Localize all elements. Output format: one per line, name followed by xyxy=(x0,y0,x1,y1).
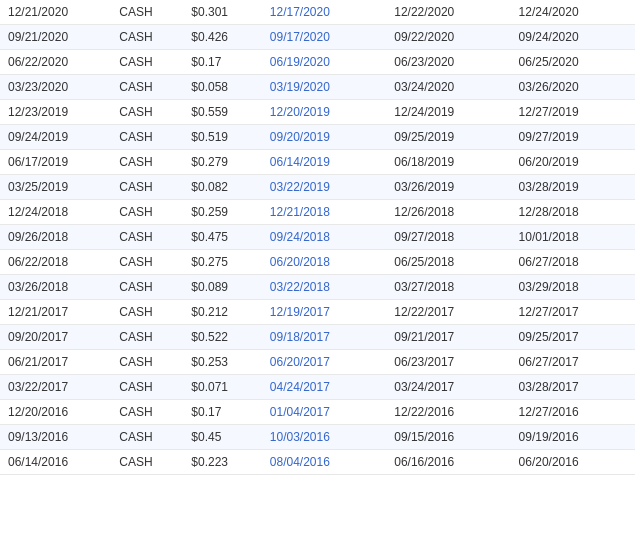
ex-date: 01/04/2017 xyxy=(262,400,386,425)
pay-date: 12/28/2018 xyxy=(511,200,635,225)
div-type: CASH xyxy=(111,50,183,75)
decl-date: 06/17/2019 xyxy=(0,150,111,175)
ex-date: 03/22/2019 xyxy=(262,175,386,200)
ex-date: 09/18/2017 xyxy=(262,325,386,350)
decl-date: 06/22/2020 xyxy=(0,50,111,75)
table-row: 12/24/2018 CASH $0.259 12/21/2018 12/26/… xyxy=(0,200,635,225)
rec-date: 09/15/2016 xyxy=(386,425,510,450)
ex-date: 06/19/2020 xyxy=(262,50,386,75)
rec-date: 12/22/2016 xyxy=(386,400,510,425)
div-type: CASH xyxy=(111,325,183,350)
decl-date: 09/20/2017 xyxy=(0,325,111,350)
amount: $0.475 xyxy=(183,225,262,250)
table-row: 12/21/2020 CASH $0.301 12/17/2020 12/22/… xyxy=(0,0,635,25)
ex-date: 06/14/2019 xyxy=(262,150,386,175)
pay-date: 12/27/2016 xyxy=(511,400,635,425)
rec-date: 12/26/2018 xyxy=(386,200,510,225)
table-row: 09/26/2018 CASH $0.475 09/24/2018 09/27/… xyxy=(0,225,635,250)
amount: $0.212 xyxy=(183,300,262,325)
div-type: CASH xyxy=(111,400,183,425)
ex-date: 12/17/2020 xyxy=(262,0,386,25)
amount: $0.519 xyxy=(183,125,262,150)
ex-date: 12/20/2019 xyxy=(262,100,386,125)
amount: $0.279 xyxy=(183,150,262,175)
pay-date: 03/26/2020 xyxy=(511,75,635,100)
ex-date: 09/17/2020 xyxy=(262,25,386,50)
ex-date: 12/21/2018 xyxy=(262,200,386,225)
table-row: 12/21/2017 CASH $0.212 12/19/2017 12/22/… xyxy=(0,300,635,325)
decl-date: 09/26/2018 xyxy=(0,225,111,250)
amount: $0.522 xyxy=(183,325,262,350)
pay-date: 03/28/2017 xyxy=(511,375,635,400)
div-type: CASH xyxy=(111,175,183,200)
pay-date: 12/27/2019 xyxy=(511,100,635,125)
pay-date: 09/19/2016 xyxy=(511,425,635,450)
amount: $0.275 xyxy=(183,250,262,275)
rec-date: 06/23/2020 xyxy=(386,50,510,75)
amount: $0.082 xyxy=(183,175,262,200)
rec-date: 03/26/2019 xyxy=(386,175,510,200)
div-type: CASH xyxy=(111,275,183,300)
rec-date: 09/22/2020 xyxy=(386,25,510,50)
decl-date: 09/21/2020 xyxy=(0,25,111,50)
table-row: 09/24/2019 CASH $0.519 09/20/2019 09/25/… xyxy=(0,125,635,150)
div-type: CASH xyxy=(111,450,183,475)
ex-date: 03/22/2018 xyxy=(262,275,386,300)
div-type: CASH xyxy=(111,150,183,175)
dividends-table: 12/21/2020 CASH $0.301 12/17/2020 12/22/… xyxy=(0,0,635,475)
div-type: CASH xyxy=(111,425,183,450)
decl-date: 03/22/2017 xyxy=(0,375,111,400)
table-row: 03/25/2019 CASH $0.082 03/22/2019 03/26/… xyxy=(0,175,635,200)
ex-date: 06/20/2017 xyxy=(262,350,386,375)
rec-date: 03/24/2017 xyxy=(386,375,510,400)
rec-date: 12/22/2020 xyxy=(386,0,510,25)
rec-date: 12/24/2019 xyxy=(386,100,510,125)
decl-date: 03/26/2018 xyxy=(0,275,111,300)
div-type: CASH xyxy=(111,300,183,325)
amount: $0.071 xyxy=(183,375,262,400)
table-row: 03/22/2017 CASH $0.071 04/24/2017 03/24/… xyxy=(0,375,635,400)
rec-date: 03/24/2020 xyxy=(386,75,510,100)
amount: $0.45 xyxy=(183,425,262,450)
amount: $0.426 xyxy=(183,25,262,50)
amount: $0.559 xyxy=(183,100,262,125)
div-type: CASH xyxy=(111,25,183,50)
pay-date: 03/29/2018 xyxy=(511,275,635,300)
table-row: 06/17/2019 CASH $0.279 06/14/2019 06/18/… xyxy=(0,150,635,175)
ex-date: 03/19/2020 xyxy=(262,75,386,100)
pay-date: 06/20/2019 xyxy=(511,150,635,175)
decl-date: 09/24/2019 xyxy=(0,125,111,150)
decl-date: 03/25/2019 xyxy=(0,175,111,200)
amount: $0.301 xyxy=(183,0,262,25)
pay-date: 06/27/2017 xyxy=(511,350,635,375)
decl-date: 12/23/2019 xyxy=(0,100,111,125)
pay-date: 03/28/2019 xyxy=(511,175,635,200)
table-row: 03/26/2018 CASH $0.089 03/22/2018 03/27/… xyxy=(0,275,635,300)
amount: $0.259 xyxy=(183,200,262,225)
table-row: 12/20/2016 CASH $0.17 01/04/2017 12/22/2… xyxy=(0,400,635,425)
decl-date: 06/22/2018 xyxy=(0,250,111,275)
amount: $0.089 xyxy=(183,275,262,300)
ex-date: 04/24/2017 xyxy=(262,375,386,400)
decl-date: 12/20/2016 xyxy=(0,400,111,425)
amount: $0.223 xyxy=(183,450,262,475)
div-type: CASH xyxy=(111,100,183,125)
rec-date: 06/23/2017 xyxy=(386,350,510,375)
ex-date: 10/03/2016 xyxy=(262,425,386,450)
table-row: 03/23/2020 CASH $0.058 03/19/2020 03/24/… xyxy=(0,75,635,100)
rec-date: 12/22/2017 xyxy=(386,300,510,325)
ex-date: 08/04/2016 xyxy=(262,450,386,475)
pay-date: 10/01/2018 xyxy=(511,225,635,250)
div-type: CASH xyxy=(111,125,183,150)
decl-date: 12/21/2020 xyxy=(0,0,111,25)
amount: $0.253 xyxy=(183,350,262,375)
rec-date: 09/25/2019 xyxy=(386,125,510,150)
table-row: 06/22/2018 CASH $0.275 06/20/2018 06/25/… xyxy=(0,250,635,275)
ex-date: 06/20/2018 xyxy=(262,250,386,275)
decl-date: 03/23/2020 xyxy=(0,75,111,100)
rec-date: 09/21/2017 xyxy=(386,325,510,350)
rec-date: 06/16/2016 xyxy=(386,450,510,475)
decl-date: 12/21/2017 xyxy=(0,300,111,325)
pay-date: 06/20/2016 xyxy=(511,450,635,475)
decl-date: 09/13/2016 xyxy=(0,425,111,450)
